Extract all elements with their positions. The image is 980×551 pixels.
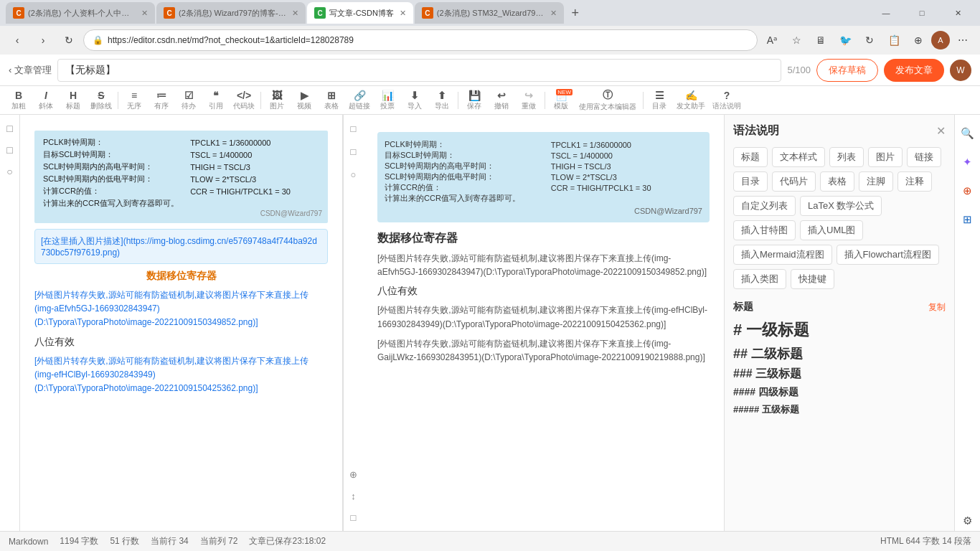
- rv-icon-5[interactable]: ↕: [346, 488, 362, 504]
- tab-close-1[interactable]: ✕: [141, 9, 148, 18]
- grammar-tag-toc[interactable]: 目录: [733, 171, 768, 192]
- grammar-tag-mermaid[interactable]: 插入Mermaid流程图: [733, 245, 832, 265]
- publish-button[interactable]: 发布文章: [884, 59, 944, 82]
- grammar-tag-latex[interactable]: LaTeX 数学公式: [800, 196, 882, 216]
- grammar-tag-uml[interactable]: 插入UML图: [800, 220, 863, 240]
- back-to-articles[interactable]: ‹ 文章管理: [9, 64, 52, 77]
- sidebar-icon-1[interactable]: □: [2, 121, 18, 136]
- browser-icon-4[interactable]: ⊕: [907, 29, 930, 52]
- import-button[interactable]: ⬇ 导入: [402, 88, 428, 113]
- editor-left-pane[interactable]: PCLK时钟周期： TPCLK1 = 1/36000000 目标SCL时钟周期：…: [20, 115, 343, 531]
- grammar-tag-shortcuts[interactable]: 快捷键: [791, 269, 834, 289]
- template-button[interactable]: 📄 模版 NEW: [548, 88, 574, 113]
- grammar-tag-link[interactable]: 链接: [907, 147, 941, 167]
- status-word-count: 1194 字数: [60, 535, 98, 547]
- heading-h5[interactable]: ##### 五级标题: [733, 403, 946, 416]
- toolbar-divider-2: [260, 92, 261, 109]
- reading-mode-icon[interactable]: Aᵃ: [760, 29, 783, 52]
- undo-button[interactable]: ↩ 撤销: [489, 88, 514, 113]
- csdn-sidebar-plugin-icon[interactable]: ⊞: [958, 209, 978, 230]
- grammar-tag-text-style[interactable]: 文本样式: [772, 147, 825, 167]
- favorites-icon[interactable]: ☆: [785, 29, 808, 52]
- tab-close-2[interactable]: ✕: [292, 9, 298, 18]
- close-panel-button[interactable]: ✕: [936, 124, 946, 138]
- csdn-sidebar-settings-icon[interactable]: ⚙: [958, 511, 978, 531]
- quote-button[interactable]: ❝ 引用: [203, 88, 229, 113]
- grammar-tag-table[interactable]: 表格: [820, 171, 854, 192]
- close-button[interactable]: ✕: [941, 0, 974, 26]
- writing-assist-button[interactable]: ✍ 发文助手: [674, 88, 708, 113]
- sidebar-icon-2[interactable]: □: [2, 142, 18, 158]
- maximize-button[interactable]: □: [905, 0, 938, 26]
- rv-icon-3[interactable]: ○: [346, 166, 362, 182]
- sidebar-icon-3[interactable]: ○: [2, 164, 18, 179]
- csdn-sidebar-star-icon[interactable]: ✦: [958, 152, 978, 172]
- grammar-tag-heading[interactable]: 标题: [733, 147, 768, 167]
- minimize-button[interactable]: —: [870, 0, 903, 26]
- rv-icon-2[interactable]: □: [346, 143, 362, 159]
- address-bar[interactable]: 🔒 https://editor.csdn.net/md?not_checkou…: [83, 29, 758, 51]
- tab-close-4[interactable]: ✕: [550, 9, 557, 18]
- heading-h1[interactable]: # 一级标题: [733, 319, 946, 341]
- grammar-tag-custom-list[interactable]: 自定义列表: [733, 196, 796, 216]
- vote-label: 投票: [380, 101, 395, 111]
- copy-button[interactable]: 复制: [928, 301, 946, 314]
- code-button[interactable]: </> 代码块: [230, 88, 258, 113]
- grammar-tag-gantt[interactable]: 插入甘特图: [733, 220, 796, 240]
- tab-2[interactable]: C (2条消息) Wizard797的博客-CSD... ✕: [156, 2, 306, 24]
- forward-button[interactable]: ›: [32, 29, 55, 52]
- save-draft-button[interactable]: 保存草稿: [816, 59, 878, 82]
- video-button[interactable]: ▶ 视频: [291, 88, 317, 113]
- tab-close-3[interactable]: ✕: [400, 9, 406, 18]
- grammar-tag-code[interactable]: 代码片: [772, 171, 816, 192]
- grammar-tag-footnote[interactable]: 注脚: [859, 171, 893, 192]
- save-button[interactable]: 💾 保存: [461, 88, 487, 113]
- csdn-sidebar-office-icon[interactable]: ⊕: [958, 181, 978, 201]
- profile-avatar[interactable]: A: [931, 31, 950, 50]
- twitter-icon[interactable]: 🐦: [834, 29, 857, 52]
- table-button[interactable]: ⊞ 表格: [319, 88, 344, 113]
- grammar-tag-flowchart[interactable]: 插入Flowchart流程图: [837, 245, 939, 265]
- grammar-button[interactable]: ? 语法说明: [710, 88, 744, 113]
- grammar-tag-class[interactable]: 插入类图: [733, 269, 786, 289]
- tab-3[interactable]: C 写文章-CSDN博客 ✕: [307, 2, 413, 24]
- heading-h4[interactable]: #### 四级标题: [733, 386, 946, 399]
- grammar-tag-image[interactable]: 图片: [868, 147, 903, 167]
- text-editor-button[interactable]: Ⓣ 使用富文本编辑器: [575, 88, 640, 113]
- heading-section-label: 标题: [733, 301, 753, 314]
- toc-button[interactable]: ☰ 目录: [646, 88, 672, 113]
- tab-1[interactable]: C (2条消息) 个人资料-个人中心-CS... ✕: [6, 2, 155, 24]
- italic-button[interactable]: I 斜体: [33, 88, 59, 113]
- bold-button[interactable]: B 加粗: [6, 88, 32, 113]
- browser-icon-3[interactable]: 📋: [882, 29, 905, 52]
- heading-h3[interactable]: ### 三级标题: [733, 367, 946, 382]
- browser-icon-1[interactable]: 🖥: [809, 29, 832, 52]
- article-title-input[interactable]: [57, 59, 781, 82]
- rv-icon-4[interactable]: ⊕: [346, 466, 362, 482]
- more-options-icon[interactable]: ⋯: [951, 29, 974, 52]
- user-avatar[interactable]: W: [950, 60, 971, 81]
- grammar-tag-list[interactable]: 列表: [829, 147, 864, 167]
- export-button[interactable]: ⬆ 导出: [429, 88, 455, 113]
- rv-icon-1[interactable]: □: [346, 121, 362, 136]
- status-saved-info: 文章已保存23:18:02: [249, 535, 326, 547]
- ordered-list-button[interactable]: ≔ 有序: [149, 88, 174, 113]
- strikethrough-button[interactable]: S 删除线: [88, 88, 115, 113]
- heading-button[interactable]: H 标题: [60, 88, 86, 113]
- browser-icon-2[interactable]: ↻: [858, 29, 881, 52]
- vote-button[interactable]: 📊 投票: [374, 88, 400, 113]
- heading-h2[interactable]: ## 二级标题: [733, 345, 946, 362]
- table-row: SCL时钟周期内的低电平时间： TLOW = 2*TSCL/3: [40, 173, 322, 185]
- redo-button[interactable]: ↪ 重做: [516, 88, 542, 113]
- image-button[interactable]: 🖼 图片: [264, 88, 290, 113]
- rv-icon-6[interactable]: □: [346, 509, 362, 525]
- grammar-tag-comment[interactable]: 注释: [897, 171, 932, 192]
- todo-button[interactable]: ☑ 待办: [176, 88, 202, 113]
- csdn-sidebar-search-icon[interactable]: 🔍: [958, 123, 978, 143]
- back-button[interactable]: ‹: [6, 29, 29, 52]
- reload-button[interactable]: ↻: [57, 29, 80, 52]
- link-button[interactable]: 🔗 超链接: [346, 88, 373, 113]
- new-tab-button[interactable]: +: [565, 3, 585, 23]
- tab-4[interactable]: C (2条消息) STM32_Wizard797的博... ✕: [415, 2, 564, 24]
- unordered-list-button[interactable]: ≡ 无序: [121, 88, 147, 113]
